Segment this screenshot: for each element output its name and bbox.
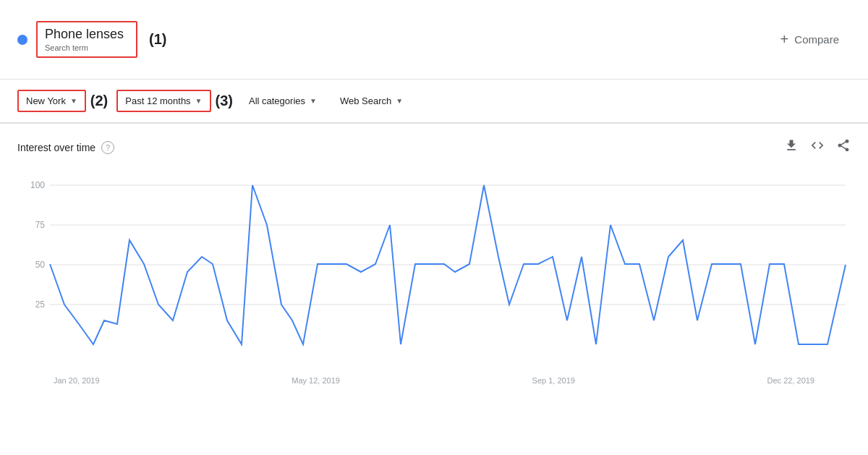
annotation-3: (3): [216, 93, 233, 109]
compare-label: Compare: [794, 33, 839, 46]
location-arrow-icon: ▼: [70, 97, 77, 105]
annotation-1: (1): [149, 31, 166, 48]
chart-section: Interest over time ? 100 75 50: [0, 124, 868, 392]
embed-icon[interactable]: [810, 138, 825, 156]
search-term-container: Phone lenses Search term (1): [17, 21, 166, 58]
chart-title: Interest over time: [17, 142, 95, 153]
search-type-label: Web Search: [340, 95, 391, 106]
categories-dropdown[interactable]: All categories ▼: [242, 91, 324, 111]
svg-text:75: 75: [35, 220, 46, 230]
download-icon[interactable]: [784, 138, 799, 156]
svg-text:50: 50: [35, 260, 46, 270]
chart-title-group: Interest over time ?: [17, 141, 114, 154]
search-term-box[interactable]: Phone lenses Search term: [36, 21, 137, 58]
location-label: New York: [26, 95, 66, 106]
time-range-arrow-icon: ▼: [195, 97, 203, 105]
search-term-title: Phone lenses: [45, 27, 129, 42]
help-icon[interactable]: ?: [101, 141, 114, 154]
svg-text:25: 25: [35, 299, 46, 310]
header: Phone lenses Search term (1) + Compare: [0, 0, 868, 80]
location-dropdown[interactable]: New York ▼: [17, 90, 86, 112]
compare-plus-icon: +: [780, 31, 789, 48]
location-filter-group: New York ▼ (2): [17, 90, 108, 112]
search-type-dropdown[interactable]: Web Search ▼: [333, 91, 410, 111]
x-label-dec: Dec 22, 2019: [767, 376, 814, 385]
annotation-2: (2): [90, 93, 108, 109]
time-range-dropdown[interactable]: Past 12 months ▼: [116, 90, 210, 112]
trend-chart: 100 75 50 25: [17, 171, 851, 373]
filters-section: New York ▼ (2) Past 12 months ▼ (3) All …: [0, 80, 868, 124]
x-axis-labels: Jan 20, 2019 May 12, 2019 Sep 1, 2019 De…: [17, 373, 851, 385]
x-label-jan: Jan 20, 2019: [54, 376, 100, 385]
chart-header: Interest over time ?: [17, 138, 851, 156]
time-range-filter-group: Past 12 months ▼ (3): [116, 90, 233, 112]
chart-actions: [784, 138, 851, 156]
svg-text:100: 100: [30, 180, 45, 190]
categories-label: All categories: [249, 95, 305, 106]
search-type-arrow-icon: ▼: [396, 97, 403, 105]
categories-arrow-icon: ▼: [310, 97, 317, 105]
x-label-sep: Sep 1, 2019: [532, 376, 575, 385]
x-label-may: May 12, 2019: [292, 376, 340, 385]
series-color-dot: [17, 35, 27, 45]
chart-container: 100 75 50 25: [17, 171, 851, 373]
time-range-label: Past 12 months: [125, 95, 190, 106]
search-term-subtitle: Search term: [45, 43, 129, 52]
share-icon[interactable]: [836, 138, 851, 156]
compare-button[interactable]: + Compare: [769, 25, 851, 54]
